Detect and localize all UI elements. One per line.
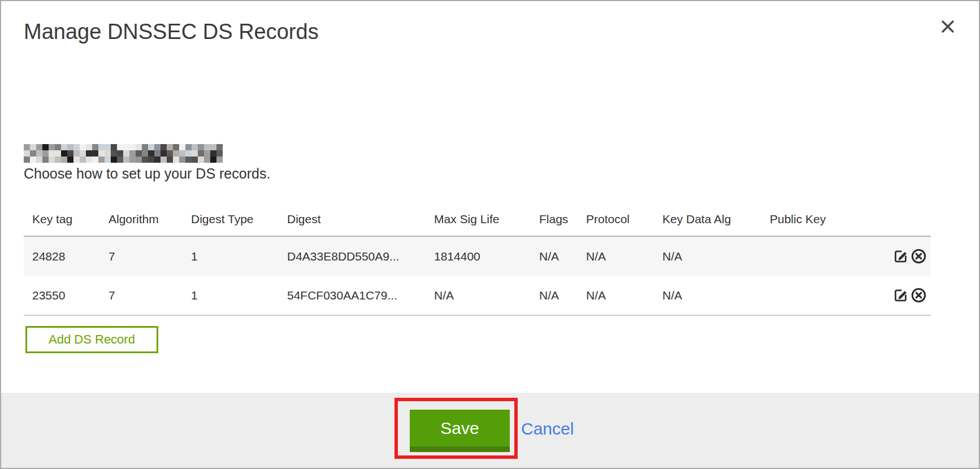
cancel-link[interactable]: Cancel (521, 419, 574, 438)
delete-record-icon[interactable] (910, 247, 927, 265)
col-header-flags: Flags (539, 202, 586, 236)
cell-key-data-alg: N/A (662, 276, 770, 315)
circle-x-glyph (910, 247, 927, 265)
cell-key-tag: 23550 (24, 276, 109, 315)
save-button[interactable]: Save (410, 410, 510, 452)
col-header-algorithm: Algorithm (109, 202, 191, 236)
cell-key-tag: 24828 (24, 236, 109, 276)
cell-protocol: N/A (586, 276, 662, 315)
edit-record-icon[interactable] (892, 247, 910, 265)
cell-digest-type: 1 (191, 276, 287, 315)
cell-digest: 54FCF030AA1C79... (287, 276, 434, 315)
col-header-actions (883, 202, 931, 236)
row-actions (883, 276, 931, 315)
cell-algorithm: 7 (109, 276, 191, 315)
page-title: Manage DNSSEC DS Records (24, 20, 319, 44)
add-ds-record-button[interactable]: Add DS Record (25, 326, 158, 353)
cell-key-data-alg: N/A (662, 236, 770, 276)
table-header-row: Key tag Algorithm Digest Type Digest Max… (24, 202, 931, 236)
col-header-protocol: Protocol (586, 202, 662, 236)
cell-digest: D4A33E8DD550A9... (287, 236, 434, 276)
col-header-key-tag: Key tag (24, 202, 109, 236)
edit-record-icon[interactable] (892, 286, 910, 304)
red-annotation-rectangle: Save (394, 398, 518, 459)
table-row: 23550 7 1 54FCF030AA1C79... N/A N/A N/A … (24, 276, 931, 315)
cell-protocol: N/A (586, 236, 662, 276)
modal-footer: Save Cancel (1, 393, 979, 468)
row-actions (883, 236, 931, 276)
col-header-key-data-alg: Key Data Alg (662, 202, 770, 236)
cell-max-sig-life: 1814400 (434, 236, 539, 276)
cell-public-key (770, 236, 883, 276)
redacted-domain-name (24, 144, 223, 163)
circle-x-glyph (910, 286, 927, 304)
col-header-digest: Digest (287, 202, 434, 236)
col-header-public-key: Public Key (770, 202, 883, 236)
delete-record-icon[interactable] (910, 286, 927, 304)
pencil-square-glyph (892, 247, 910, 265)
table-row: 24828 7 1 D4A33E8DD550A9... 1814400 N/A … (24, 236, 931, 276)
cell-digest-type: 1 (191, 236, 287, 276)
pencil-square-glyph (892, 286, 910, 304)
ds-records-table: Key tag Algorithm Digest Type Digest Max… (24, 202, 931, 316)
cell-flags: N/A (539, 236, 586, 276)
col-header-max-sig-life: Max Sig Life (434, 202, 539, 236)
cell-max-sig-life: N/A (434, 276, 539, 315)
setup-instructions: Choose how to set up your DS records. (24, 166, 270, 182)
cell-public-key (770, 276, 883, 315)
cell-algorithm: 7 (109, 236, 191, 276)
close-x-glyph (940, 19, 955, 34)
manage-dnssec-modal: Manage DNSSEC DS Records Choose how to s… (0, 0, 980, 469)
cell-flags: N/A (539, 276, 586, 315)
col-header-digest-type: Digest Type (191, 202, 287, 236)
close-icon[interactable] (938, 17, 957, 36)
